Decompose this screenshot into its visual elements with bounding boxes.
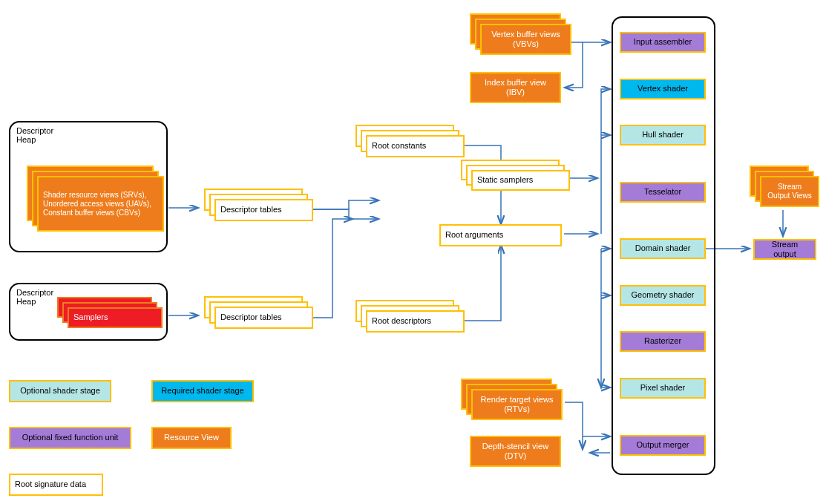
- root-arguments: Root arguments: [439, 224, 562, 246]
- diagram-canvas: Descriptor Heap Shader resource views (S…: [0, 0, 826, 504]
- descriptor-tables-1: Descriptor tables: [214, 199, 313, 221]
- legend-resource-view: Resource View: [151, 427, 232, 449]
- static-samplers: Static samplers: [471, 170, 570, 191]
- hull-shader: Hull shader: [620, 125, 706, 145]
- root-descriptors: Root descriptors: [366, 310, 465, 333]
- srv-uav-cbv-box: Shader resource views (SRVs), Unordered …: [37, 176, 164, 232]
- samplers-box: Samplers: [68, 307, 163, 328]
- legend-req-shader: Required shader stage: [151, 380, 254, 402]
- legend-root-sig: Root signature data: [9, 474, 103, 496]
- rasterizer: Rasterizer: [620, 331, 706, 352]
- domain-shader: Domain shader: [620, 238, 706, 259]
- geometry-shader: Geometry shader: [620, 285, 706, 306]
- pixel-shader: Pixel shader: [620, 378, 706, 399]
- legend-opt-fixed: Optional fixed function unit: [9, 427, 131, 449]
- descriptor-heap-1-title: Descriptor Heap: [16, 126, 53, 144]
- descriptor-heap-2-title: Descriptor Heap: [16, 288, 53, 306]
- stream-output: Stream output: [753, 239, 816, 260]
- ibv-box: Index buffer view (IBV): [470, 72, 561, 103]
- descriptor-tables-2: Descriptor tables: [214, 307, 313, 329]
- input-assembler: Input assembler: [620, 32, 706, 53]
- so-views-box: Stream Output Views: [760, 176, 819, 207]
- output-merger: Output merger: [620, 435, 706, 456]
- tesselator: Tesselator: [620, 182, 706, 203]
- vbv-box: Vertex buffer views (VBVs): [480, 24, 571, 55]
- legend-opt-shader: Optional shader stage: [9, 380, 111, 402]
- dsv-box: Depth-stencil view (DTV): [470, 436, 561, 467]
- rtv-box: Render target views (RTVs): [471, 389, 563, 420]
- root-constants: Root constants: [366, 135, 465, 157]
- vertex-shader: Vertex shader: [620, 79, 706, 99]
